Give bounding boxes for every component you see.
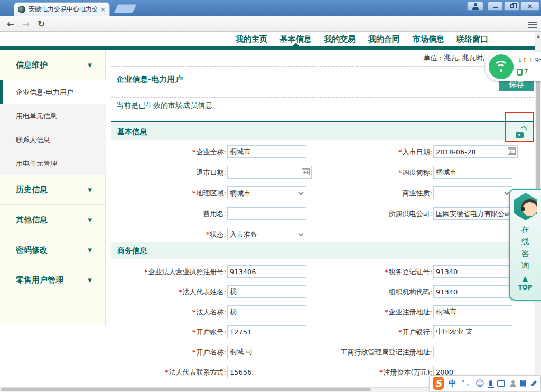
- dispatch-short-name-input[interactable]: [433, 166, 512, 179]
- field-label: *法人代表联系方式:: [111, 368, 226, 377]
- keyboard-icon[interactable]: [497, 380, 505, 387]
- former-name-input[interactable]: [227, 207, 306, 220]
- sidebar-group-info-maintenance[interactable]: 信息维护 ▼: [0, 50, 106, 80]
- bank-name-input[interactable]: [433, 325, 512, 338]
- back-icon[interactable]: ←: [7, 16, 14, 32]
- account-name-input[interactable]: [227, 346, 306, 358]
- field-label: *调度简称:: [317, 169, 432, 177]
- legal-person-name-input[interactable]: [227, 305, 306, 318]
- forward-icon[interactable]: →: [22, 16, 30, 32]
- field-label: 组织机构代码:: [317, 288, 432, 296]
- chrome-menu-icon[interactable]: [528, 22, 537, 28]
- chevron-down-icon: ▼: [88, 62, 92, 68]
- sidebar-item-power-unit-info[interactable]: 用电单元信息: [0, 104, 106, 128]
- nav-item-contact-window[interactable]: 联络窗口: [456, 34, 488, 44]
- headset-icon: [521, 207, 525, 211]
- sidebar-group-other-info[interactable]: 其他信息 ▼: [0, 206, 106, 235]
- restore-button[interactable]: [504, 2, 519, 11]
- browser-tab[interactable]: 安徽电力交易中心电力交易 ×: [14, 2, 110, 16]
- sidebar-item-enterprise-info[interactable]: 企业信息-电力用户: [0, 80, 106, 104]
- registered-address-input[interactable]: [433, 305, 512, 318]
- back-to-top-label[interactable]: TOP: [510, 284, 540, 291]
- skin-icon[interactable]: [520, 380, 526, 387]
- business-info-section-title: 商务信息: [117, 246, 147, 256]
- chevron-down-icon: ▼: [88, 187, 92, 193]
- field-label: *企业全称:: [111, 148, 226, 156]
- back-to-top-arrow-icon[interactable]: ▲: [510, 274, 540, 283]
- sidebar-submenu: 企业信息-电力用户 用电单元信息 联系人信息 用电单元管理: [0, 80, 106, 175]
- horizontal-scrollbar-thumb[interactable]: [1, 388, 371, 391]
- calendar-icon[interactable]: [302, 168, 310, 175]
- sidebar-group-password-change[interactable]: 密码修改 ▼: [0, 236, 106, 265]
- microphone-icon[interactable]: [489, 380, 492, 386]
- nav-item-home[interactable]: 我的主页: [236, 34, 267, 44]
- close-button[interactable]: ×: [520, 2, 539, 11]
- company-full-name-input[interactable]: [227, 145, 306, 158]
- business-nature-select[interactable]: [433, 186, 512, 199]
- punctuation-icon[interactable]: °，: [461, 379, 471, 388]
- basic-info-section-header: 基本信息: [111, 121, 534, 140]
- network-speed-widget[interactable]: ↓ ↑ 1.95K/s 7: [485, 52, 541, 81]
- red-highlight-annotation: [505, 112, 534, 142]
- status-message: 当前是已生效的市场成员信息: [116, 101, 212, 110]
- person-icon: [474, 3, 477, 6]
- sidebar: 信息维护 ▼ 企业信息-电力用户 用电单元信息 联系人信息 用电单元管理 历史信…: [0, 50, 106, 326]
- industry-commerce-address-input[interactable]: [433, 346, 512, 358]
- calendar-icon[interactable]: [508, 147, 516, 155]
- field-label: *入市日期:: [317, 148, 432, 156]
- minimize-button[interactable]: [488, 2, 503, 11]
- phone-icon: [517, 69, 523, 76]
- field-label: *开户银行:: [317, 328, 432, 337]
- tax-registration-number-input[interactable]: [433, 265, 512, 278]
- field-label: 工商行政管理局登记注册地址:: [317, 348, 432, 357]
- chevron-down-icon: [299, 231, 304, 237]
- sidebar-item-contact-info[interactable]: 联系人信息: [0, 128, 106, 152]
- nav-item-my-trades[interactable]: 我的交易: [324, 34, 356, 44]
- legal-representative-name-input[interactable]: [227, 285, 306, 298]
- market-exit-date-input[interactable]: [227, 166, 312, 179]
- reload-icon[interactable]: ↻: [38, 16, 45, 32]
- nav-underline-bar: [0, 46, 535, 50]
- status-select[interactable]: 入市准备: [227, 228, 306, 240]
- settings-wrench-icon[interactable]: [531, 380, 537, 387]
- market-entry-date-input[interactable]: [433, 145, 518, 158]
- nav-item-market-info[interactable]: 市场信息: [412, 34, 444, 44]
- bank-account-number-input[interactable]: [227, 325, 306, 338]
- field-label: 退市日期:: [111, 169, 226, 177]
- account-icon[interactable]: [510, 380, 515, 387]
- online-service-widget[interactable]: 在 线 咨 询 ▲ TOP: [509, 189, 541, 301]
- sogou-logo-icon[interactable]: S: [433, 377, 444, 390]
- network-speed-value: 1.95K/s: [529, 57, 541, 64]
- business-info-section-header: 商务信息: [111, 242, 534, 259]
- field-label: 曾用名:: [111, 210, 226, 218]
- organization-code-input[interactable]: [433, 285, 512, 298]
- nav-item-my-contracts[interactable]: 我的合同: [368, 34, 400, 44]
- emoji-icon[interactable]: ☺: [475, 378, 484, 388]
- scroll-up-icon[interactable]: ▲: [535, 34, 541, 39]
- chinese-mode-icon[interactable]: 中: [449, 378, 456, 388]
- geographic-region-select[interactable]: 桐城市: [227, 186, 306, 199]
- new-tab-button[interactable]: [114, 4, 137, 13]
- ime-toolbar: S 中 °， ☺: [429, 375, 541, 391]
- divider: [111, 66, 534, 67]
- tab-close-icon[interactable]: ×: [100, 6, 106, 13]
- sidebar-group-retail-user-mgmt[interactable]: 零售用户管理 ▼: [0, 266, 106, 295]
- business-license-number-input[interactable]: [227, 265, 306, 278]
- field-label: *企业法人营业执照注册号:: [111, 268, 226, 276]
- sidebar-item-power-unit-mgmt[interactable]: 用电单元管理: [0, 152, 106, 175]
- profile-button[interactable]: [467, 2, 483, 11]
- service-avatar: [514, 193, 537, 220]
- field-label: *地理区域:: [111, 189, 226, 198]
- upload-arrow-icon: ↑: [522, 57, 527, 64]
- field-label: *法人名称:: [111, 308, 226, 316]
- chevron-down-icon: ▼: [88, 277, 92, 283]
- divider: [111, 97, 534, 98]
- chevron-down-icon: ▼: [88, 217, 92, 223]
- field-label: 所属供电公司:: [317, 210, 432, 218]
- units-note: 单位：兆瓦, 兆瓦时, 元: [317, 53, 494, 63]
- top-nav: 我的主页 基本信息 我的交易 我的合同 市场信息 联络窗口: [0, 32, 541, 46]
- sidebar-group-history-info[interactable]: 历史信息 ▼: [0, 175, 106, 205]
- power-supply-company-select[interactable]: 国网安徽省电力有限公司安: [433, 207, 512, 220]
- legal-rep-contact-input[interactable]: [227, 366, 306, 378]
- chevron-down-icon: [299, 190, 304, 195]
